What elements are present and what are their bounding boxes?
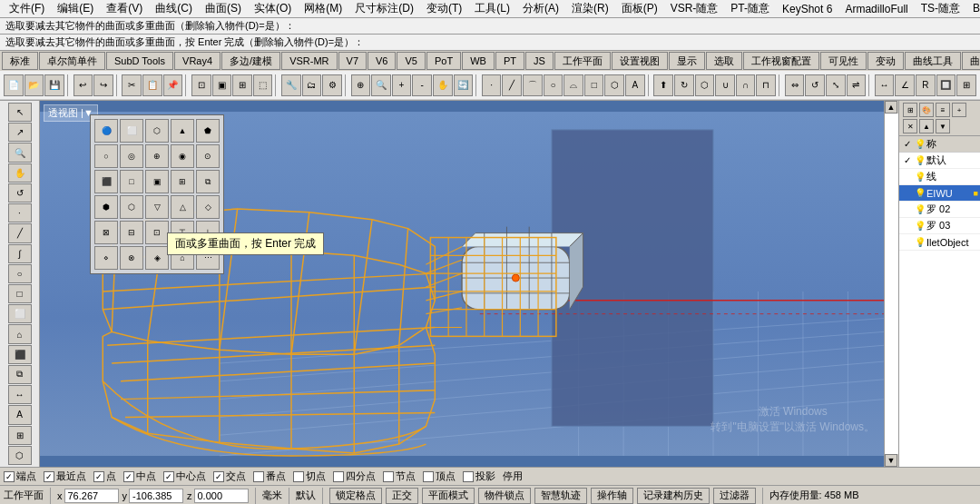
menu-item-analyze[interactable]: 分析(A) [517, 0, 564, 17]
rp-icon-color[interactable]: 🎨 [919, 103, 934, 117]
tool-pan[interactable]: ✋ [433, 74, 453, 96]
float-tool-28[interactable]: ◈ [145, 246, 169, 270]
snap-nearest[interactable]: ✓ 最近点 [44, 469, 86, 483]
tab-js[interactable]: JS [525, 52, 554, 70]
float-tool-22[interactable]: ⊟ [120, 221, 143, 244]
float-tool-11[interactable]: ⬛ [94, 170, 118, 193]
layer-item-eiwu[interactable]: 💡 EIWU ■ [899, 185, 980, 202]
float-tool-9[interactable]: ◉ [171, 144, 194, 168]
float-tool-16[interactable]: ⬢ [94, 195, 118, 219]
rp-icon-down[interactable]: ▼ [936, 119, 950, 133]
tool-loft[interactable]: ⬡ [695, 74, 715, 96]
float-tool-1[interactable]: 🔵 [94, 119, 118, 143]
menu-item-curve[interactable]: 曲线(C) [150, 0, 198, 17]
tool-rect[interactable]: □ [584, 74, 604, 96]
float-tool-5[interactable]: ⬟ [196, 119, 220, 143]
tool-circle[interactable]: ○ [544, 74, 564, 96]
tool-redo[interactable]: ↪ [93, 74, 113, 96]
tool-dim-angle[interactable]: ∠ [895, 74, 915, 96]
float-tool-12[interactable]: □ [120, 170, 143, 193]
snap-intersect-check[interactable]: ✓ [213, 471, 224, 482]
left-tool-nurbs[interactable]: ⌂ [8, 324, 32, 343]
float-tool-17[interactable]: ⬡ [120, 195, 143, 219]
tool-text[interactable]: A [625, 74, 645, 96]
tab-v7[interactable]: V7 [338, 52, 367, 70]
float-tool-14[interactable]: ⊞ [171, 170, 194, 193]
viewport[interactable]: X Y Z 透视图 |▼ 🔵 ⬜ ⬡ ▲ ⬟ [40, 101, 884, 467]
tool-zoom-extents[interactable]: ⊕ [351, 74, 371, 96]
menu-item-vsr[interactable]: VSR-随意 [665, 0, 724, 17]
btn-obj-snap[interactable]: 物件锁点 [478, 488, 531, 504]
tool-layer[interactable]: 🗂 [302, 74, 322, 96]
snap-midpoint-check[interactable]: ✓ [123, 471, 134, 482]
float-tool-15[interactable]: ⧉ [196, 170, 220, 193]
left-tool-pan[interactable]: ✋ [8, 163, 32, 183]
left-tool-block[interactable]: ⬡ [8, 446, 32, 465]
btn-smart-track[interactable]: 智慧轨迹 [534, 488, 587, 504]
layer-item-luo03[interactable]: 💡 罗 03 [899, 218, 980, 234]
snap-knot-check[interactable] [383, 471, 394, 482]
tab-vsr-mr[interactable]: VSR-MR [281, 52, 337, 70]
left-tool-rotate[interactable]: ↺ [8, 183, 32, 203]
menu-item-file[interactable]: 文件(F) [4, 0, 50, 17]
float-tool-26[interactable]: ⋄ [94, 246, 118, 270]
tool-scale[interactable]: ⤡ [826, 74, 846, 96]
rp-icon-grid[interactable]: ⊞ [903, 103, 917, 117]
tool-undo[interactable]: ↩ [74, 74, 93, 96]
tab-pot[interactable]: PoT [426, 52, 461, 70]
tool-select-cross[interactable]: ⊞ [232, 74, 252, 96]
float-tool-6[interactable]: ○ [94, 144, 118, 168]
tool-rotate[interactable]: 🔄 [454, 74, 474, 96]
tab-simple[interactable]: 卓尔简单件 [39, 52, 105, 70]
tool-boolean-diff[interactable]: ∩ [736, 74, 756, 96]
snap-project[interactable]: 投影 [463, 469, 495, 483]
menu-item-mesh[interactable]: 网格(M) [299, 0, 348, 17]
snap-tangent-check[interactable] [293, 471, 304, 482]
left-tool-solid[interactable]: ⬛ [8, 345, 32, 364]
tool-grid-toggle[interactable]: ⊞ [956, 74, 976, 96]
left-tool-circle[interactable]: ○ [8, 264, 32, 283]
tool-extrude[interactable]: ⬆ [653, 74, 673, 96]
tab-viewport-config[interactable]: 工作视窗配置 [743, 52, 819, 70]
menu-item-pt[interactable]: PT-随意 [725, 0, 775, 17]
tool-select-all[interactable]: ⊡ [191, 74, 211, 96]
tool-zoom-in[interactable]: + [392, 74, 412, 96]
tool-zoom-window[interactable]: 🔍 [371, 74, 391, 96]
left-tool-dim[interactable]: ↔ [8, 385, 32, 404]
float-tool-7[interactable]: ◎ [120, 144, 143, 168]
rp-icon-list[interactable]: ≡ [936, 103, 950, 117]
float-tool-18[interactable]: ▽ [145, 195, 169, 219]
float-tool-27[interactable]: ⊗ [120, 246, 143, 270]
menu-item-ts[interactable]: TS-随意 [916, 0, 965, 17]
float-tool-2[interactable]: ⬜ [120, 119, 143, 143]
snap-point[interactable]: ✓ 点 [93, 469, 116, 483]
menu-item-transform[interactable]: 变动(T) [421, 0, 467, 17]
tool-rotate2[interactable]: ↺ [805, 74, 825, 96]
tool-snap-toggle[interactable]: 🔲 [936, 74, 956, 96]
rp-icon-up[interactable]: ▲ [919, 119, 934, 133]
snap-tangent[interactable]: 切点 [293, 469, 326, 483]
left-tool-curve[interactable]: ∫ [8, 244, 32, 263]
tab-setview[interactable]: 设置视图 [612, 52, 668, 70]
tool-select-window[interactable]: ▣ [212, 74, 232, 96]
menu-item-keyshot[interactable]: KeyShot 6 [777, 2, 838, 16]
tool-open[interactable]: 📂 [24, 74, 44, 96]
left-tool-select2[interactable]: ↗ [8, 123, 32, 142]
tab-transform[interactable]: 变动 [867, 52, 904, 70]
tool-dim-linear[interactable]: ↔ [875, 74, 895, 96]
tool-paste[interactable]: 📌 [163, 74, 183, 96]
tool-new[interactable]: 📄 [4, 74, 24, 96]
snap-fan-check[interactable] [253, 471, 264, 482]
layer-item-iletobj[interactable]: 💡 IletObject [899, 234, 980, 251]
scroll-up[interactable]: ▲ [885, 101, 897, 114]
menu-item-view[interactable]: 查看(V) [101, 0, 148, 17]
tool-polyline[interactable]: ⌒ [523, 74, 543, 96]
tool-boolean-int[interactable]: ⊓ [756, 74, 776, 96]
menu-item-armadillo[interactable]: ArmadilloFull [839, 2, 913, 16]
float-tool-3[interactable]: ⬡ [145, 119, 169, 143]
float-tool-8[interactable]: ⊕ [145, 144, 169, 168]
tab-subd[interactable]: SubD Tools [106, 52, 173, 70]
float-tool-4[interactable]: ▲ [171, 119, 194, 143]
snap-vertex-check[interactable] [423, 471, 434, 482]
tab-standard[interactable]: 标准 [2, 52, 38, 70]
